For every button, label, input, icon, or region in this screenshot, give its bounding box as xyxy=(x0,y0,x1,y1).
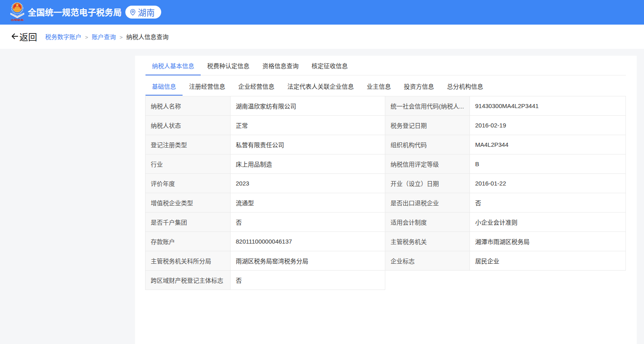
svg-text:中国税务: 中国税务 xyxy=(11,19,24,21)
